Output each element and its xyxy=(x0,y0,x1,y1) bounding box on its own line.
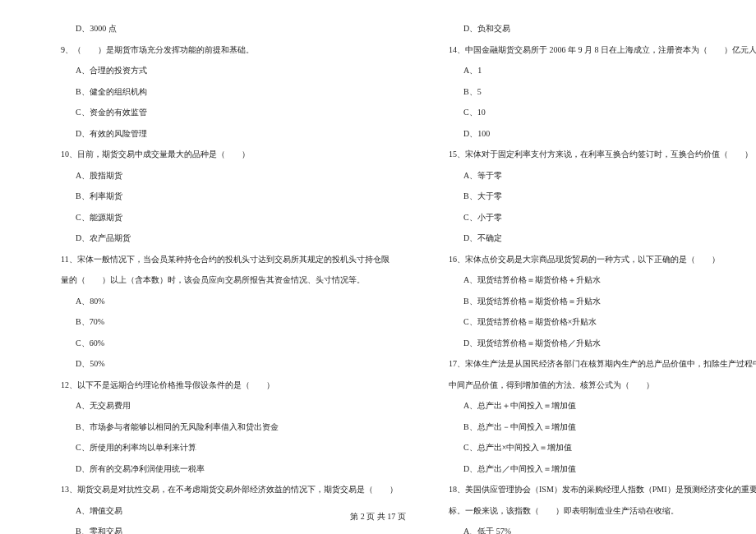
text-line: A、合理的投资方式 xyxy=(46,67,398,75)
text-line: A、股指期货 xyxy=(46,172,398,180)
text-line: 11、宋体一般情况下，当会员某种持仓合约的投机头寸达到交易所其规定的投机头寸持仓… xyxy=(46,255,398,264)
text-line: D、现货结算价格＝期货价格／升贴水 xyxy=(434,339,756,348)
text-line: A、现货结算价格＝期货价格＋升贴水 xyxy=(434,276,756,284)
text-line: C、小于零 xyxy=(434,214,756,222)
text-line: 量的（ ）以上（含本数）时，该会员应向交易所报告其资金情况、头寸情况等。 xyxy=(46,276,398,284)
text-line: 15、宋体对于固定利率支付方来说，在利率互换合约签订时，互换合约价值（ ） xyxy=(434,150,756,159)
text-line: D、负和交易 xyxy=(434,25,756,33)
text-line: 16、宋体点价交易是大宗商品现货贸易的一种方式，以下正确的是（ ） xyxy=(434,255,756,264)
text-line: C、总产出×中间投入＝增加值 xyxy=(434,444,756,452)
text-line: C、10 xyxy=(434,108,756,117)
text-line: D、不确定 xyxy=(434,234,756,242)
left-column: D、3000 点9、（ ）是期货市场充分发挥功能的前提和基础。A、合理的投资方式… xyxy=(46,25,398,501)
text-line: 18、美国供应管理协会（ISM）发布的采购经理人指数（PMI）是预测经济变化的重… xyxy=(434,486,756,494)
text-line: D、有效的风险管理 xyxy=(46,130,398,138)
text-line: B、现货结算价格＝期货价格＝升贴水 xyxy=(434,297,756,306)
text-line: C、现货结算价格＝期货价格×升贴水 xyxy=(434,318,756,326)
text-line: B、市场参与者能够以相同的无风险利率借入和贷出资金 xyxy=(46,423,398,431)
text-line: A、80% xyxy=(46,297,398,306)
text-line: D、50% xyxy=(46,360,398,368)
text-line: D、100 xyxy=(434,130,756,138)
text-line: 10、目前，期货交易中成交量最大的品种是（ ） xyxy=(46,150,398,159)
text-line: B、5 xyxy=(434,88,756,96)
text-line: B、大于零 xyxy=(434,192,756,200)
text-line: B、利率期货 xyxy=(46,192,398,200)
text-line: B、70% xyxy=(46,318,398,326)
text-line: D、农产品期货 xyxy=(46,234,398,242)
content-columns: D、3000 点9、（ ）是期货市场充分发挥功能的前提和基础。A、合理的投资方式… xyxy=(46,25,710,501)
text-line: A、等于零 xyxy=(434,172,756,180)
text-line: C、资金的有效监管 xyxy=(46,108,398,117)
text-line: B、总产出－中间投入＝增加值 xyxy=(434,423,756,431)
text-line: A、无交易费用 xyxy=(46,402,398,410)
right-column: D、负和交易14、中国金融期货交易所于 2006 年 9 月 8 日在上海成立，… xyxy=(434,25,756,501)
text-line: D、3000 点 xyxy=(46,25,398,33)
text-line: 9、（ ）是期货市场充分发挥功能的前提和基础。 xyxy=(46,46,398,54)
text-line: 12、以下不是远期合约理论价格推导假设条件的是（ ） xyxy=(46,381,398,389)
text-line: C、所使用的利率均以单利来计算 xyxy=(46,444,398,452)
text-line: 中间产品价值，得到增加值的方法。核算公式为（ ） xyxy=(434,381,756,389)
text-line: C、60% xyxy=(46,339,398,348)
text-line: A、总产出＋中间投入＝增加值 xyxy=(434,402,756,410)
text-line: D、所有的交易净利润使用统一税率 xyxy=(46,465,398,473)
text-line: 13、期货交易是对抗性交易，在不考虑期货交易外部经济效益的情况下，期货交易是（ … xyxy=(46,486,398,494)
text-line: A、低于 57% xyxy=(434,527,756,534)
text-line: B、健全的组织机构 xyxy=(46,88,398,96)
text-line: 17、宋体生产法是从国民经济各部门在核算期内生产的总产品价值中，扣除生产过程中投… xyxy=(434,360,756,368)
text-line: 14、中国金融期货交易所于 2006 年 9 月 8 日在上海成立，注册资本为（… xyxy=(434,46,756,54)
page-footer: 第 2 页 共 17 页 xyxy=(0,511,756,522)
text-line: A、1 xyxy=(434,67,756,75)
text-line: D、总产出／中间投入＝增加值 xyxy=(434,465,756,473)
text-line: C、能源期货 xyxy=(46,214,398,222)
text-line: B、零和交易 xyxy=(46,527,398,534)
